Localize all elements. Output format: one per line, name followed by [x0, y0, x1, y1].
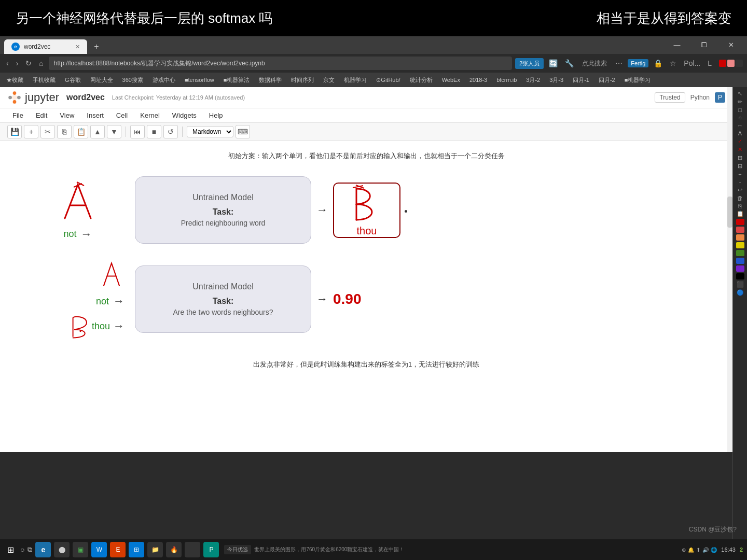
move-down-button[interactable]: ▼ [107, 125, 121, 138]
bookmark-urls[interactable]: 网址大全 [88, 75, 115, 85]
color-pink[interactable] [727, 60, 735, 67]
fertig-badge[interactable]: Fertig [628, 59, 648, 67]
copy-button[interactable]: ⎘ [57, 125, 72, 138]
tool-text[interactable]: A [738, 130, 742, 136]
bookmark-tf[interactable]: ■tensorflow [183, 76, 216, 84]
swatch-purple[interactable] [736, 265, 744, 272]
menu-file[interactable]: File [7, 109, 29, 121]
close-button[interactable]: ✕ [719, 37, 743, 52]
minimize-button[interactable]: — [665, 37, 689, 52]
menu-kernel[interactable]: Kernel [135, 109, 165, 121]
swatch-black[interactable] [736, 273, 744, 279]
bookmark-data[interactable]: 数据科学 [257, 75, 284, 85]
scrollbar[interactable] [727, 87, 732, 452]
nav-icon1[interactable]: 🔒 [652, 58, 665, 68]
nav-icon2[interactable]: ☆ [668, 58, 679, 68]
taskbar-app9[interactable] [185, 542, 200, 557]
save-button[interactable]: 💾 [7, 125, 22, 138]
swatch-green[interactable] [736, 250, 744, 256]
move-up-button[interactable]: ▲ [90, 125, 105, 138]
bookmark-apr2[interactable]: 四月-2 [597, 75, 617, 85]
taskbar-app2[interactable]: ⬤ [54, 542, 70, 557]
cell-type-select[interactable]: Markdown Code Raw [187, 126, 233, 137]
bookmark-google[interactable]: G谷歌 [63, 75, 83, 85]
swatch-red2[interactable] [736, 227, 744, 233]
menu-insert[interactable]: Insert [81, 109, 109, 121]
bookmark-bfcrm[interactable]: bfcrm.ib [494, 76, 519, 84]
menu-widgets[interactable]: Widgets [167, 109, 202, 121]
home-button[interactable]: ⌂ [37, 58, 45, 68]
menu-cell[interactable]: Cell [111, 109, 133, 121]
paste-button[interactable]: 📋 [74, 125, 88, 138]
taskbar-edge-icon[interactable]: e [35, 542, 51, 557]
forward-button[interactable]: › [14, 58, 21, 68]
taskbar-taskview[interactable]: ⧉ [27, 545, 32, 554]
tool-undo[interactable]: ↩ [738, 187, 742, 193]
fast-forward-button[interactable]: ⏮ [130, 125, 145, 138]
tool-extra1[interactable]: ⬛ [737, 281, 744, 288]
taskbar-search[interactable]: ○ [20, 545, 24, 554]
tool-rect[interactable]: □ [738, 107, 742, 113]
keyboard-button[interactable]: ⌨ [236, 125, 250, 138]
new-tab-button[interactable]: + [89, 39, 104, 54]
tool-arrow[interactable]: ↔ [737, 122, 743, 129]
address-input[interactable] [49, 57, 512, 70]
taskbar-app3[interactable]: ▣ [73, 542, 88, 557]
nav-icon3[interactable]: Pol... [682, 58, 702, 68]
bookmark-shoucang[interactable]: ★收藏 [4, 75, 25, 85]
bookmark-mar2[interactable]: 3月-2 [524, 75, 542, 85]
tray-item1[interactable]: ⊕ [682, 547, 686, 553]
tool-move[interactable]: ⊟ [738, 163, 742, 170]
tray-item4[interactable]: 🔊 [702, 547, 709, 553]
tab-close-button[interactable]: ✕ [75, 44, 80, 50]
bookmark-mlx[interactable]: 机器学习 [342, 75, 369, 85]
profile-button[interactable]: 2张人员 [515, 58, 544, 69]
tool-copy2[interactable]: ⎘ [738, 203, 742, 209]
bookmark-github[interactable]: ⊙GitHub/ [374, 76, 402, 85]
bookmark-apr1[interactable]: 四月-1 [571, 75, 591, 85]
bookmark-ml[interactable]: ■机器算法 [222, 75, 252, 85]
taskbar-app8[interactable]: 🔥 [166, 542, 182, 557]
bookmark-stat[interactable]: 统计分析 [408, 75, 435, 85]
bookmark-mar3[interactable]: 3月-3 [547, 75, 565, 85]
tool-x-red[interactable]: ✕ [738, 146, 742, 153]
tray-item2[interactable]: 🔔 [688, 547, 694, 553]
trusted-badge[interactable]: Trusted [655, 92, 685, 103]
taskbar-app4[interactable]: W [91, 542, 107, 557]
back-button[interactable]: ‹ [4, 58, 11, 68]
color-dark[interactable] [736, 60, 743, 67]
bookmark-time[interactable]: 时间序列 [289, 75, 316, 85]
extensions-icon[interactable]: 🔧 [563, 58, 576, 68]
search-label[interactable]: 点此搜索 [579, 58, 610, 69]
start-button[interactable]: ⊞ [4, 544, 17, 556]
nav-icon4[interactable]: L [706, 58, 714, 68]
tool-delete[interactable]: 🗑 [737, 195, 743, 201]
refresh-button[interactable]: ↻ [23, 58, 34, 68]
stop-button[interactable]: ■ [147, 125, 161, 138]
swatch-red[interactable] [736, 219, 744, 225]
tool-circle[interactable]: ○ [738, 115, 742, 121]
bookmark-jing[interactable]: 京文 [321, 75, 337, 85]
refresh-icon[interactable]: 🔄 [547, 58, 560, 68]
swatch-blue[interactable] [736, 258, 744, 264]
cut-button[interactable]: ✂ [40, 125, 55, 138]
bookmark-360[interactable]: 360搜索 [120, 75, 145, 85]
bookmark-mobile[interactable]: 手机收藏 [31, 75, 58, 85]
browser-tab[interactable]: e word2vec ✕ [4, 39, 87, 54]
swatch-yellow[interactable] [736, 242, 744, 248]
tool-extra2[interactable]: 🔵 [737, 289, 744, 296]
taskbar-app7[interactable]: 📁 [147, 542, 163, 557]
tray-item3[interactable]: ⬆ [696, 547, 700, 553]
tool-check-red[interactable]: ✓ [738, 138, 742, 145]
add-cell-button[interactable]: + [24, 125, 38, 138]
menu-view[interactable]: View [54, 109, 79, 121]
restart-button[interactable]: ↺ [163, 125, 178, 138]
bookmark-game[interactable]: 游戏中心 [150, 75, 177, 85]
taskbar-app6[interactable]: ⊞ [129, 542, 144, 557]
tray-item5[interactable]: 🌐 [711, 547, 717, 553]
swatch-orange[interactable] [736, 234, 744, 241]
menu-edit[interactable]: Edit [31, 109, 52, 121]
taskbar-app10[interactable]: P [203, 542, 219, 557]
bookmark-ml2[interactable]: ■机器学习 [622, 75, 653, 85]
tool-cursor[interactable]: ↖ [738, 90, 742, 97]
